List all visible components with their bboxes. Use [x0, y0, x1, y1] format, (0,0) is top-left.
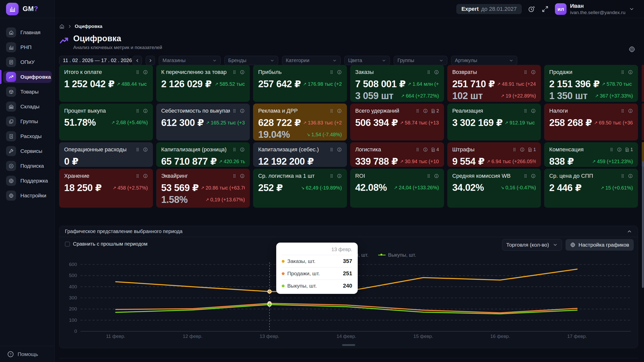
- kpi-card-title: Хранение: [64, 173, 89, 179]
- filter-dropdown-label: Магазины: [163, 58, 186, 63]
- drag-handle-icon[interactable]: [135, 147, 140, 152]
- drag-handle-icon[interactable]: [426, 173, 431, 178]
- sidebar-item-0[interactable]: Главная: [3, 26, 52, 38]
- drag-handle-icon[interactable]: [329, 173, 334, 178]
- vertical-scrollbar-thumb[interactable]: [642, 161, 644, 288]
- sidebar-item-7[interactable]: $ Расходы: [3, 130, 52, 142]
- timer-icon[interactable]: [528, 5, 535, 13]
- drag-handle-icon[interactable]: [329, 108, 334, 113]
- logo[interactable]: GM?: [0, 0, 54, 18]
- info-icon[interactable]: [240, 173, 245, 178]
- info-icon[interactable]: [628, 108, 633, 113]
- drag-handle-icon[interactable]: [135, 108, 140, 113]
- kpi-card-7: Себестоимость по выкупам 612 300 ₽ ↗165.…: [156, 104, 250, 141]
- info-icon[interactable]: [520, 147, 525, 152]
- drag-handle-icon[interactable]: [232, 173, 237, 178]
- drag-handle-icon[interactable]: [620, 173, 625, 178]
- filter-dropdown-5[interactable]: Артикулы: [451, 56, 517, 65]
- filter-dropdown-4[interactable]: Группы: [394, 56, 447, 65]
- trend-down-arrow-icon: ↘: [307, 132, 310, 137]
- info-icon[interactable]: [143, 70, 148, 75]
- drag-handle-icon[interactable]: [329, 70, 334, 75]
- date-range-picker[interactable]: 11 . 02 . 2026 — 17 . 02 . 2026: [59, 56, 129, 65]
- info-icon[interactable]: [423, 147, 428, 152]
- drag-handle-icon[interactable]: [609, 147, 614, 152]
- drag-handle-icon[interactable]: [523, 173, 528, 178]
- info-icon[interactable]: [531, 70, 536, 75]
- info-icon[interactable]: [143, 108, 148, 113]
- kpi-value: 252 ₽: [258, 182, 283, 193]
- filter-dropdown-3[interactable]: Цвета: [344, 56, 390, 65]
- plan-badge[interactable]: Expert до 28.01.2027: [456, 4, 522, 14]
- sidebar-item-2[interactable]: ОПиУ: [3, 56, 52, 68]
- sidebar-item-1[interactable]: РНП: [3, 41, 52, 53]
- filter-dropdown-1[interactable]: Бренды: [224, 56, 278, 65]
- trend-up-arrow-icon: ↗: [400, 159, 404, 164]
- kpi-card-14: Капитализация (себес.) 12 192 200 ₽: [253, 142, 347, 167]
- trend-up-arrow-icon: ↗: [505, 120, 508, 125]
- prev-period-button[interactable]: [133, 56, 142, 65]
- linked-docs-badge[interactable]: 1: [625, 147, 633, 152]
- info-icon[interactable]: [531, 173, 536, 178]
- info-icon[interactable]: [240, 70, 245, 75]
- kpi-secondary-change: ↗664 (+27.72%): [401, 93, 439, 99]
- kpi-value: 53 569 ₽: [161, 182, 199, 193]
- info-icon[interactable]: [337, 108, 342, 113]
- info-icon[interactable]: [628, 70, 633, 75]
- filter-dropdown-0[interactable]: Магазины: [159, 56, 221, 65]
- kpi-change: ↗420.26 тыс: [219, 159, 245, 164]
- sidebar-item-3[interactable]: Оцифровка: [3, 71, 52, 83]
- info-icon[interactable]: [143, 147, 148, 152]
- info-icon[interactable]: [423, 108, 428, 113]
- info-icon[interactable]: [434, 173, 439, 178]
- drag-handle-icon[interactable]: [232, 147, 237, 152]
- drag-handle-icon[interactable]: [415, 108, 420, 113]
- drag-handle-icon[interactable]: [523, 108, 528, 113]
- sidebar-item-5[interactable]: Склады: [3, 101, 52, 113]
- drag-handle-icon[interactable]: [415, 147, 420, 152]
- chart-resize-handle[interactable]: [342, 344, 355, 346]
- info-icon[interactable]: [337, 147, 342, 152]
- drag-handle-icon[interactable]: [512, 147, 517, 152]
- drag-handle-icon[interactable]: [135, 173, 140, 178]
- bar-chart-icon: [6, 42, 16, 52]
- info-icon[interactable]: [628, 173, 633, 178]
- info-icon[interactable]: [337, 173, 342, 178]
- info-icon[interactable]: [617, 147, 622, 152]
- next-period-button[interactable]: [146, 56, 155, 65]
- info-icon[interactable]: [143, 173, 148, 178]
- filter-dropdown-2[interactable]: Категории: [282, 56, 341, 65]
- info-icon[interactable]: [531, 108, 536, 113]
- sidebar-item-6[interactable]: Группы: [3, 115, 52, 127]
- breadcrumb-current[interactable]: Оцифровка: [75, 24, 102, 29]
- info-icon[interactable]: [240, 147, 245, 152]
- linked-docs-badge[interactable]: 4: [431, 147, 439, 152]
- linked-docs-badge[interactable]: 2: [431, 108, 439, 114]
- sidebar-item-10[interactable]: Поддержка: [3, 175, 52, 187]
- info-icon[interactable]: [240, 108, 245, 113]
- home-icon[interactable]: [59, 24, 65, 29]
- sidebar-item-4[interactable]: Товары: [3, 86, 52, 98]
- sidebar-item-11[interactable]: Настройки: [3, 190, 52, 202]
- user-menu[interactable]: ил Иван ivan.the.seller@yandex.ru: [555, 3, 634, 15]
- drag-handle-icon[interactable]: [135, 70, 140, 75]
- sidebar-item-help[interactable]: ? Помощь: [0, 346, 54, 362]
- drag-handle-icon[interactable]: [232, 108, 237, 113]
- drag-handle-icon[interactable]: [426, 70, 431, 75]
- filter-dropdown-label: Цвета: [348, 58, 362, 63]
- sidebar-item-9[interactable]: ₽ Подписка: [3, 160, 52, 172]
- linked-docs-badge[interactable]: 1: [528, 147, 536, 152]
- page-settings-gear-icon[interactable]: [628, 46, 635, 53]
- expand-icon[interactable]: [541, 5, 549, 13]
- legend-item-2[interactable]: Выкупы, шт.: [378, 252, 416, 258]
- drag-handle-icon[interactable]: [329, 147, 334, 152]
- info-icon[interactable]: [434, 70, 439, 75]
- drag-handle-icon[interactable]: [232, 70, 237, 75]
- sidebar-item-8[interactable]: Сервисы: [3, 145, 52, 157]
- kpi-card-title: Эквайринг: [161, 173, 188, 179]
- drag-handle-icon[interactable]: [620, 70, 625, 75]
- legend-marker-icon: [378, 253, 386, 257]
- drag-handle-icon[interactable]: [523, 70, 528, 75]
- info-icon[interactable]: [337, 70, 342, 75]
- drag-handle-icon[interactable]: [620, 108, 625, 113]
